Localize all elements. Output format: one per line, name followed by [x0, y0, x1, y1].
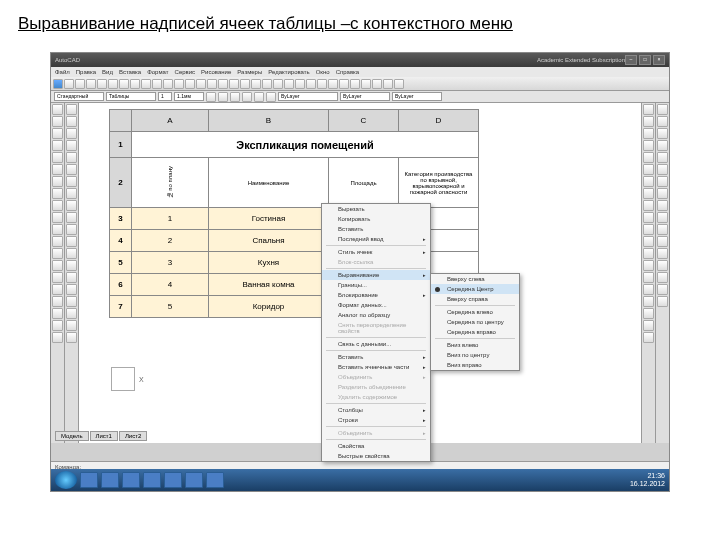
- taskbar-icon[interactable]: [122, 472, 140, 488]
- menu-item[interactable]: Окно: [316, 69, 330, 75]
- submenu-item[interactable]: Середина влево: [431, 307, 519, 317]
- toolbar-button[interactable]: [254, 92, 264, 102]
- tool-button[interactable]: [657, 164, 668, 175]
- toolbar-button[interactable]: [218, 79, 228, 89]
- tool-button[interactable]: [643, 104, 654, 115]
- tool-button[interactable]: [657, 212, 668, 223]
- col-header[interactable]: D: [399, 110, 479, 132]
- tool-button[interactable]: [643, 236, 654, 247]
- row-header[interactable]: 3: [110, 208, 132, 230]
- row-header[interactable]: 2: [110, 158, 132, 208]
- toolbar-button[interactable]: [306, 79, 316, 89]
- context-menu-item[interactable]: Вырезать: [322, 204, 430, 214]
- context-menu-item[interactable]: Быстрые свойства: [322, 451, 430, 461]
- tab-model[interactable]: Модель: [55, 431, 89, 441]
- row-header[interactable]: 5: [110, 252, 132, 274]
- toolbar-button[interactable]: [196, 79, 206, 89]
- row-header[interactable]: 7: [110, 296, 132, 318]
- taskbar-icon[interactable]: [164, 472, 182, 488]
- tool-button[interactable]: [657, 176, 668, 187]
- tool-button[interactable]: [643, 140, 654, 151]
- toolbar-button[interactable]: [119, 79, 129, 89]
- tool-button[interactable]: [643, 176, 654, 187]
- style-dropdown[interactable]: Стандартный: [54, 92, 104, 101]
- maximize-button[interactable]: □: [639, 55, 651, 65]
- toolbar-button[interactable]: [350, 79, 360, 89]
- taskbar-icon[interactable]: [185, 472, 203, 488]
- tab-layout1[interactable]: Лист1: [90, 431, 118, 441]
- tool-button[interactable]: [657, 260, 668, 271]
- tool-button[interactable]: [66, 104, 77, 115]
- context-menu-item[interactable]: Свойства: [322, 441, 430, 451]
- context-menu-item[interactable]: Выравнивание: [322, 270, 430, 280]
- context-menu-item[interactable]: Копировать: [322, 214, 430, 224]
- lineweight-input[interactable]: 1.1мм: [174, 92, 204, 101]
- cell[interactable]: Гостиная: [209, 208, 329, 230]
- minimize-button[interactable]: –: [625, 55, 637, 65]
- row-header[interactable]: 1: [110, 132, 132, 158]
- cell[interactable]: Спальня: [209, 230, 329, 252]
- toolbar-button[interactable]: [273, 79, 283, 89]
- tool-button[interactable]: [643, 188, 654, 199]
- corner-cell[interactable]: [110, 110, 132, 132]
- tool-button[interactable]: [66, 188, 77, 199]
- menu-item[interactable]: Вид: [102, 69, 113, 75]
- toolbar-button[interactable]: [383, 79, 393, 89]
- tool-button[interactable]: [52, 212, 63, 223]
- tool-button[interactable]: [643, 272, 654, 283]
- toolbar-button[interactable]: [266, 92, 276, 102]
- cell[interactable]: 4: [132, 274, 209, 296]
- toolbar-button[interactable]: [97, 79, 107, 89]
- tool-button[interactable]: [657, 272, 668, 283]
- tool-button[interactable]: [66, 200, 77, 211]
- toolbar-button[interactable]: [394, 79, 404, 89]
- toolbar-button[interactable]: [64, 79, 74, 89]
- bylayer2-dropdown[interactable]: ByLayer: [340, 92, 390, 101]
- toolbar-button[interactable]: [130, 79, 140, 89]
- menu-item[interactable]: Сервис: [175, 69, 196, 75]
- tool-button[interactable]: [643, 164, 654, 175]
- tool-button[interactable]: [52, 104, 63, 115]
- tool-button[interactable]: [657, 224, 668, 235]
- header-cell[interactable]: Наименование: [209, 158, 329, 208]
- tool-button[interactable]: [66, 272, 77, 283]
- toolbar-button[interactable]: [242, 92, 252, 102]
- col-header[interactable]: C: [329, 110, 399, 132]
- tool-button[interactable]: [52, 260, 63, 271]
- tool-button[interactable]: [657, 284, 668, 295]
- tool-button[interactable]: [643, 152, 654, 163]
- context-menu-item[interactable]: Формат данных...: [322, 300, 430, 310]
- tool-button[interactable]: [643, 224, 654, 235]
- tool-button[interactable]: [643, 260, 654, 271]
- toolbar-button[interactable]: [229, 79, 239, 89]
- tool-button[interactable]: [66, 332, 77, 343]
- bylayer-dropdown[interactable]: ByLayer: [278, 92, 338, 101]
- tool-button[interactable]: [52, 248, 63, 259]
- toolbar-button[interactable]: [141, 79, 151, 89]
- tool-button[interactable]: [66, 236, 77, 247]
- context-menu-item[interactable]: Связь с данными...: [322, 339, 430, 349]
- tool-button[interactable]: [52, 272, 63, 283]
- context-menu-item[interactable]: Стиль ячеек: [322, 247, 430, 257]
- tool-button[interactable]: [657, 104, 668, 115]
- toolbar-button[interactable]: [361, 79, 371, 89]
- header-cell[interactable]: Площадь: [329, 158, 399, 208]
- tool-button[interactable]: [52, 284, 63, 295]
- toolbar-button[interactable]: [152, 79, 162, 89]
- menu-item[interactable]: Правка: [76, 69, 96, 75]
- toolbar-button[interactable]: [339, 79, 349, 89]
- menu-item[interactable]: Файл: [55, 69, 70, 75]
- col-header[interactable]: A: [132, 110, 209, 132]
- submenu-item[interactable]: Вверху справа: [431, 294, 519, 304]
- submenu-item[interactable]: Середина вправо: [431, 327, 519, 337]
- tool-button[interactable]: [66, 212, 77, 223]
- toolbar-button[interactable]: [295, 79, 305, 89]
- cell[interactable]: Ванная комна: [209, 274, 329, 296]
- tool-button[interactable]: [657, 236, 668, 247]
- tool-button[interactable]: [643, 308, 654, 319]
- context-menu-item[interactable]: Вставить: [322, 224, 430, 234]
- tool-button[interactable]: [657, 200, 668, 211]
- tool-button[interactable]: [52, 188, 63, 199]
- toolbar-button[interactable]: [86, 79, 96, 89]
- submenu-item[interactable]: Вниз вправо: [431, 360, 519, 370]
